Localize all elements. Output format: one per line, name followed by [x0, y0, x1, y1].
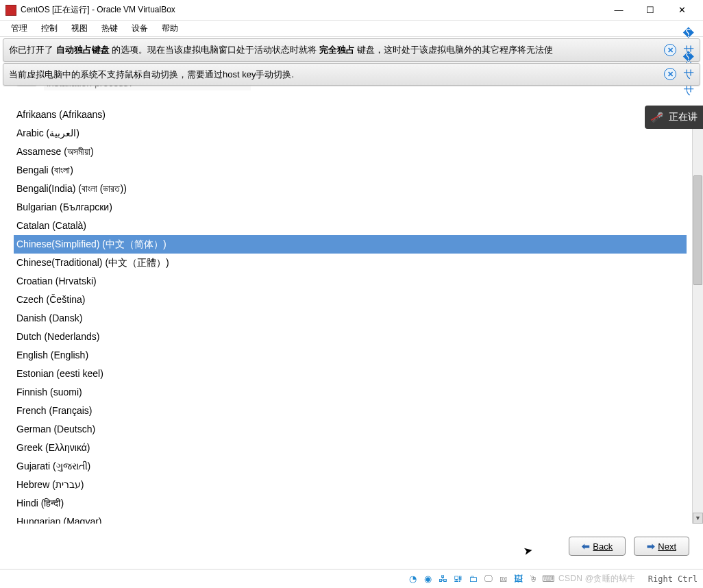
- language-item[interactable]: Greek (Ελληνικά): [14, 439, 687, 457]
- arrow-left-icon: ⬅: [582, 541, 590, 552]
- display-icon: 🖵: [483, 574, 494, 585]
- notice1-b2: 完全独占: [319, 45, 355, 55]
- notice2-text: 当前虚拟电脑中的系统不支持鼠标自动切换，需要通过host key手动切换.: [9, 69, 294, 79]
- maximize-button[interactable]: ☐: [634, 0, 666, 21]
- menu-view[interactable]: 视图: [64, 21, 95, 36]
- hdd-icon: ◔: [408, 574, 419, 585]
- arrow-right-icon: ➡: [647, 541, 655, 552]
- language-item[interactable]: Hindi (हिन्दी): [14, 494, 687, 513]
- scrollbar[interactable]: ▲ ▼: [692, 106, 703, 524]
- language-item[interactable]: Estonian (eesti keel): [14, 365, 687, 383]
- language-item[interactable]: Bengali (বাংলা): [14, 161, 687, 180]
- menubar: 管理 控制 视图 热键 设备 帮助: [0, 21, 703, 37]
- statusbar: ◔ ◉ 🖧 🖳 🗀 🖵 🖭 🖽 🖰 ⌨ CSDN @贪睡的蜗牛 Right Ct…: [0, 569, 703, 588]
- keyboard-capture-notice: 你已打开了 自动独占键盘 的选项。现在当该虚拟电脑窗口处于活动状态时就将 完全独…: [3, 38, 700, 62]
- language-item[interactable]: Afrikaans (Afrikaans): [14, 106, 687, 124]
- recording-badge-label: 正在讲: [669, 111, 698, 123]
- network-icon: 🖧: [438, 574, 449, 585]
- language-item[interactable]: Assamese (অসমীয়া): [14, 143, 687, 161]
- menu-devices[interactable]: 设备: [125, 21, 155, 36]
- language-item[interactable]: Bengali(India) (বাংলা (ভারত)): [14, 180, 687, 198]
- language-item[interactable]: Finnish (suomi): [14, 383, 687, 402]
- scroll-track[interactable]: [693, 117, 703, 513]
- language-item[interactable]: Czech (Čeština): [14, 291, 687, 309]
- language-item[interactable]: Bulgarian (Български): [14, 198, 687, 217]
- footer: ⬅ Back ➡ Next: [0, 525, 703, 567]
- notice1-close-icon[interactable]: ✕: [664, 44, 676, 56]
- next-button[interactable]: ➡ Next: [634, 537, 689, 556]
- menu-hotkeys[interactable]: 热键: [95, 21, 125, 36]
- audio-icon: 🖭: [498, 574, 509, 585]
- back-button[interactable]: ⬅ Back: [569, 537, 626, 556]
- scroll-down-button[interactable]: ▼: [693, 513, 703, 524]
- minimize-button[interactable]: ―: [603, 0, 634, 21]
- mouse-integration-notice: 当前虚拟电脑中的系统不支持鼠标自动切换，需要通过host key手动切换. ✕ …: [3, 63, 700, 86]
- back-label: Back: [593, 541, 613, 552]
- usb-icon: 🖳: [453, 574, 464, 585]
- language-item[interactable]: German (Deutsch): [14, 420, 687, 439]
- notice2-close-icon[interactable]: ✕: [664, 68, 676, 80]
- keyboard-capture-icon: ⌨: [543, 574, 554, 585]
- disc-icon: ◉: [423, 574, 434, 585]
- app-icon: [5, 5, 16, 16]
- language-list[interactable]: Afrikaans (Afrikaans)Arabic (العربية)Ass…: [14, 106, 687, 524]
- language-item[interactable]: English (English): [14, 346, 687, 365]
- language-item[interactable]: Arabic (العربية): [14, 124, 687, 143]
- mic-muted-icon: 🎤: [652, 112, 663, 123]
- language-list-panel: Afrikaans (Afrikaans)Arabic (العربية)Ass…: [7, 106, 691, 524]
- titlebar: CentOS [正在运行] - Oracle VM VirtualBox ― ☐…: [0, 0, 703, 21]
- close-button[interactable]: ✕: [666, 0, 698, 21]
- notice2-toggle-icon[interactable]: �ササ: [682, 68, 694, 80]
- language-item[interactable]: Chinese(Traditional) (中文（正體）): [14, 254, 687, 272]
- language-item[interactable]: Croatian (Hrvatski): [14, 272, 687, 291]
- notice1-p2: 的选项。现在当该虚拟电脑窗口处于活动状态时就将: [110, 45, 319, 55]
- window-controls: ― ☐ ✕: [603, 0, 698, 21]
- scroll-thumb[interactable]: [693, 175, 702, 285]
- watermark: CSDN @贪睡的蜗牛: [558, 573, 636, 585]
- language-item[interactable]: Gujarati (ગુજરાતી): [14, 457, 687, 476]
- next-label: Next: [658, 541, 676, 552]
- language-item[interactable]: Dutch (Nederlands): [14, 328, 687, 346]
- language-item[interactable]: Hebrew (עברית): [14, 476, 687, 494]
- shared-folder-icon: 🗀: [468, 574, 479, 585]
- notice1-p1: 你已打开了: [9, 45, 56, 55]
- window-title: CentOS [正在运行] - Oracle VM VirtualBox: [21, 4, 603, 16]
- language-item[interactable]: French (Français): [14, 402, 687, 420]
- language-item[interactable]: Catalan (Català): [14, 217, 687, 235]
- notices: 你已打开了 自动独占键盘 的选项。现在当该虚拟电脑窗口处于活动状态时就将 完全独…: [0, 38, 703, 86]
- language-item[interactable]: Danish (Dansk): [14, 309, 687, 328]
- menu-control[interactable]: 控制: [34, 21, 64, 36]
- mouse-integration-icon: 🖰: [528, 574, 539, 585]
- recording-badge: 🎤 正在讲: [645, 106, 703, 129]
- hostkey-label: Right Ctrl: [648, 574, 698, 584]
- notice1-b1: 自动独占键盘: [56, 45, 110, 55]
- notice1-p3: 键盘，这时处于该虚拟电脑外的其它程序将无法使: [355, 45, 554, 55]
- menu-help[interactable]: 帮助: [155, 21, 185, 36]
- camera-icon: 🖽: [513, 574, 524, 585]
- language-item[interactable]: Hungarian (Magyar): [14, 513, 687, 524]
- language-item[interactable]: Chinese(Simplified) (中文（简体）): [14, 235, 687, 254]
- menu-manage[interactable]: 管理: [4, 21, 34, 36]
